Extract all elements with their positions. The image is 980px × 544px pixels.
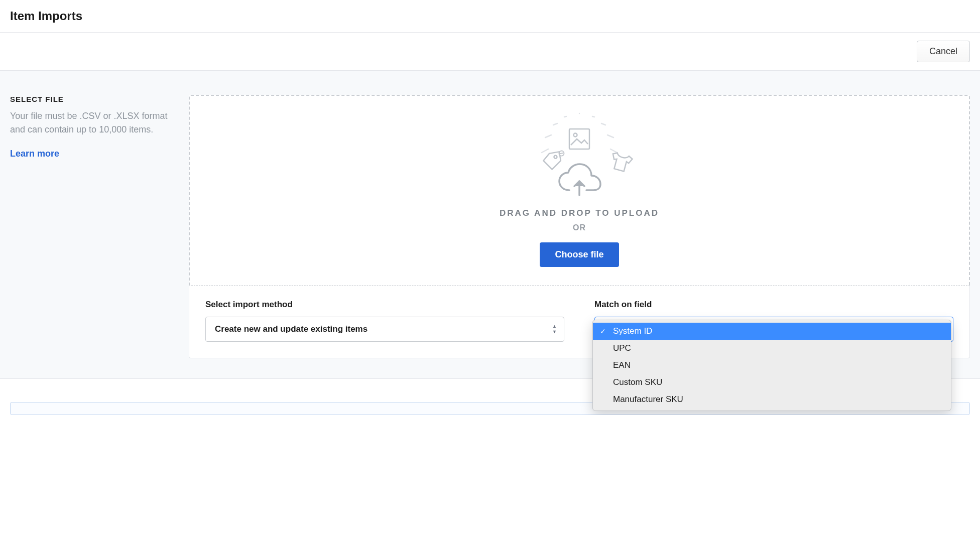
cancel-button[interactable]: Cancel xyxy=(917,41,970,62)
svg-line-0 xyxy=(542,149,548,153)
right-panel: DRAG AND DROP TO UPLOAD OR Choose file S… xyxy=(189,95,970,358)
match-field-label: Match on field xyxy=(594,300,953,310)
upload-dropzone[interactable]: DRAG AND DROP TO UPLOAD OR Choose file xyxy=(189,95,970,286)
import-method-select[interactable]: Create new and update existing items ▲▼ xyxy=(205,317,564,342)
import-method-field: Select import method Create new and upda… xyxy=(205,300,564,342)
dropdown-option-label: System ID xyxy=(613,326,652,336)
svg-point-11 xyxy=(554,155,557,159)
main-content: SELECT FILE Your file must be .CSV or .X… xyxy=(0,71,980,378)
svg-line-6 xyxy=(601,123,605,125)
svg-line-2 xyxy=(553,123,557,125)
svg-line-13 xyxy=(560,153,563,154)
dropdown-option-manufacturer-sku[interactable]: Manufacturer SKU xyxy=(593,391,951,408)
svg-line-8 xyxy=(610,149,617,153)
left-panel: SELECT FILE Your file must be .CSV or .X… xyxy=(10,95,176,358)
dropdown-option-system-id[interactable]: ✓ System ID xyxy=(593,323,951,340)
or-text: OR xyxy=(200,223,959,232)
check-icon: ✓ xyxy=(600,327,606,335)
dropdown-option-label: UPC xyxy=(613,343,631,353)
svg-line-1 xyxy=(545,135,551,138)
svg-line-7 xyxy=(607,135,614,138)
dropdown-option-label: EAN xyxy=(613,360,631,370)
learn-more-link[interactable]: Learn more xyxy=(10,149,59,159)
upload-illustration-icon xyxy=(200,110,959,205)
chevron-updown-icon: ▲▼ xyxy=(552,324,557,334)
form-row: Select import method Create new and upda… xyxy=(189,286,970,358)
action-bar: Cancel xyxy=(0,33,980,71)
svg-point-10 xyxy=(574,133,577,137)
select-file-label: SELECT FILE xyxy=(10,95,176,103)
dropdown-option-ean[interactable]: EAN xyxy=(593,357,951,374)
match-field-dropdown: ✓ System ID UPC EAN Custom xyxy=(592,320,951,411)
dropdown-option-label: Custom SKU xyxy=(613,377,662,387)
dropdown-option-custom-sku[interactable]: Custom SKU xyxy=(593,374,951,391)
match-field-field: Match on field ▲▼ ✓ xyxy=(594,300,953,342)
svg-rect-9 xyxy=(569,129,589,149)
dropdown-option-upc[interactable]: UPC xyxy=(593,340,951,357)
svg-line-3 xyxy=(564,116,566,117)
import-method-label: Select import method xyxy=(205,300,564,310)
dropdown-option-label: Manufacturer SKU xyxy=(613,394,683,404)
select-file-description: Your file must be .CSV or .XLSX format a… xyxy=(10,109,176,137)
page-header: Item Imports xyxy=(0,0,980,33)
drag-drop-text: DRAG AND DROP TO UPLOAD xyxy=(200,208,959,218)
import-method-value: Create new and update existing items xyxy=(215,324,368,334)
svg-line-5 xyxy=(592,116,594,117)
choose-file-button[interactable]: Choose file xyxy=(540,242,619,267)
page-title: Item Imports xyxy=(10,9,970,23)
